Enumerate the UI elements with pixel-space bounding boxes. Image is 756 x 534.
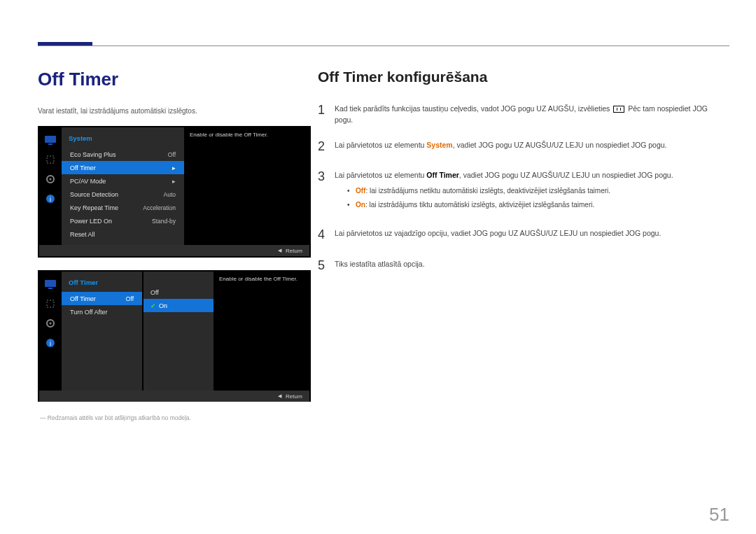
osd-submenu-panel: Off ✓On <box>144 272 214 391</box>
menu-icon <box>613 106 624 113</box>
osd-menu-panel: Off Timer Off Timer Off Turn Off After <box>62 272 142 391</box>
menu-item-label: Power LED On <box>70 218 112 225</box>
info-icon: i <box>39 333 62 353</box>
menu-item-label: Eco Saving Plus <box>70 151 116 158</box>
bullet-off: Off: lai izstrādājums netiktu automātisk… <box>347 185 724 197</box>
gear-icon <box>39 314 62 333</box>
chevron-right-icon: ▸ <box>172 178 176 185</box>
step-number: 1 <box>318 101 335 126</box>
menu-item-label: Source Detection <box>70 191 118 198</box>
step-body: Lai pārvietotos uz vajadzīgo opciju, vad… <box>335 225 724 245</box>
menu-item-label: Key Repeat Time <box>70 204 118 211</box>
intro-text: Varat iestatīt, lai izstrādājums automāt… <box>38 107 311 115</box>
step-number: 2 <box>318 137 335 157</box>
step-text: Lai pārvietotos uz elementu <box>335 141 426 149</box>
menu-item-label: Off Timer <box>70 164 96 171</box>
right-column: Off Timer konfigurēšana 1 Kad tiek parād… <box>318 69 724 286</box>
svg-rect-7 <box>45 280 56 287</box>
monitor-icon <box>39 274 62 294</box>
menu-item-value: Auto <box>164 191 176 198</box>
step-text: , vadiet JOG pogu UZ AUGŠU/UZ LEJU un no… <box>459 171 673 179</box>
menu-item-off-timer: Off Timer Off <box>62 292 142 305</box>
back-arrow-icon: ◀ <box>278 393 281 399</box>
osd-help-text: Enable or disable the Off Timer. <box>214 272 309 391</box>
osd-system-screenshot: i System Eco Saving Plus Off Off Timer ▸… <box>38 126 311 258</box>
keyword-on: On <box>356 201 365 209</box>
step-body: Tiks iestatīta atlasītā opcija. <box>335 256 724 276</box>
menu-item-label: Reset All <box>70 231 95 238</box>
frame-icon <box>39 294 62 314</box>
osd-menu-title: System <box>62 132 184 148</box>
left-column: Off Timer Varat iestatīt, lai izstrādāju… <box>38 69 311 421</box>
chevron-right-icon: ▸ <box>172 164 176 171</box>
menu-item-turn-off-after: Turn Off After <box>62 305 142 318</box>
page-number: 51 <box>709 504 729 526</box>
info-icon: i <box>39 189 62 209</box>
step-body: Lai pārvietotos uz elementu System, vadi… <box>335 137 724 157</box>
keyword-off: Off <box>356 187 365 195</box>
menu-item-power-led-on: Power LED On Stand-by <box>62 214 184 227</box>
menu-item-source-detection: Source Detection Auto <box>62 188 184 201</box>
menu-item-value: Acceleration <box>143 204 176 211</box>
menu-item-value: Stand-by <box>152 218 176 225</box>
menu-item-key-repeat-time: Key Repeat Time Acceleration <box>62 201 184 214</box>
osd-off-timer-screenshot: i Off Timer Off Timer Off Turn Off After… <box>38 270 311 402</box>
step-text: , vadiet JOG pogu UZ AUGŠU/UZ LEJU un no… <box>453 141 667 149</box>
osd-footer: ◀ Return <box>39 391 309 402</box>
svg-rect-9 <box>47 300 54 307</box>
bullet-on: On: lai izstrādājums tiktu automātiski i… <box>347 199 724 211</box>
svg-rect-8 <box>48 288 52 289</box>
option-label: Off <box>150 289 159 296</box>
back-arrow-icon: ◀ <box>278 248 281 253</box>
menu-item-reset-all: Reset All <box>62 227 184 241</box>
header-rule <box>38 45 729 46</box>
menu-item-eco-saving-plus: Eco Saving Plus Off <box>62 148 184 161</box>
osd-footer: ◀ Return <box>39 245 309 256</box>
menu-item-label: Off Timer <box>70 295 96 302</box>
svg-rect-1 <box>48 143 52 145</box>
step-text: Lai pārvietotos uz elementu <box>335 171 426 179</box>
return-label: Return <box>286 248 302 254</box>
step-body: Kad tiek parādīts funkcijas taustiņu ceļ… <box>335 101 724 126</box>
menu-item-label: PC/AV Mode <box>70 178 106 185</box>
svg-rect-2 <box>47 156 54 163</box>
option-label: On <box>159 302 167 309</box>
return-label: Return <box>286 393 302 400</box>
svg-point-11 <box>50 323 52 325</box>
step-number: 3 <box>318 167 335 213</box>
footnote: ― Redzamais attēls var būt atšķirīgs atk… <box>38 414 311 421</box>
svg-rect-0 <box>45 136 56 143</box>
option-off: Off <box>144 286 214 299</box>
step-number: 5 <box>318 256 335 276</box>
osd-menu-title: Off Timer <box>62 276 142 292</box>
osd-menu-panel: System Eco Saving Plus Off Off Timer ▸ P… <box>62 127 184 245</box>
svg-text:i: i <box>50 340 51 347</box>
keyword-off-timer: Off Timer <box>426 171 458 179</box>
step-body: Lai pārvietotos uz elementu Off Timer, v… <box>335 167 724 213</box>
menu-item-pc-av-mode: PC/AV Mode ▸ <box>62 174 184 188</box>
osd-help-text: Enable or disable the Off Timer. <box>184 127 309 245</box>
frame-icon <box>39 150 62 169</box>
option-on: ✓On <box>144 299 214 312</box>
bullet-text: : lai izstrādājums netiktu automātiski i… <box>365 187 610 195</box>
step-2: 2 Lai pārvietotos uz elementu System, va… <box>318 137 724 157</box>
svg-point-4 <box>50 178 52 181</box>
step-text: Kad tiek parādīts funkcijas taustiņu ceļ… <box>335 104 612 113</box>
keyword-system: System <box>426 141 452 149</box>
svg-text:i: i <box>50 196 51 203</box>
page-title: Off Timer <box>38 69 311 90</box>
gear-icon <box>39 169 62 189</box>
osd-sidebar-icons: i <box>39 127 62 245</box>
menu-item-value: Off <box>126 295 134 302</box>
bullet-text: : lai izstrādājums tiktu automātiski izs… <box>365 201 594 209</box>
monitor-icon <box>39 130 62 150</box>
step-5: 5 Tiks iestatīta atlasītā opcija. <box>318 256 724 276</box>
step-4: 4 Lai pārvietotos uz vajadzīgo opciju, v… <box>318 225 724 245</box>
menu-item-value: Off <box>168 151 176 158</box>
osd-sidebar-icons: i <box>39 272 62 391</box>
step-3: 3 Lai pārvietotos uz elementu Off Timer,… <box>318 167 724 213</box>
menu-item-label: Turn Off After <box>70 309 108 316</box>
check-icon: ✓ <box>150 302 156 309</box>
step-1: 1 Kad tiek parādīts funkcijas taustiņu c… <box>318 101 724 126</box>
section-title: Off Timer konfigurēšana <box>318 69 724 85</box>
